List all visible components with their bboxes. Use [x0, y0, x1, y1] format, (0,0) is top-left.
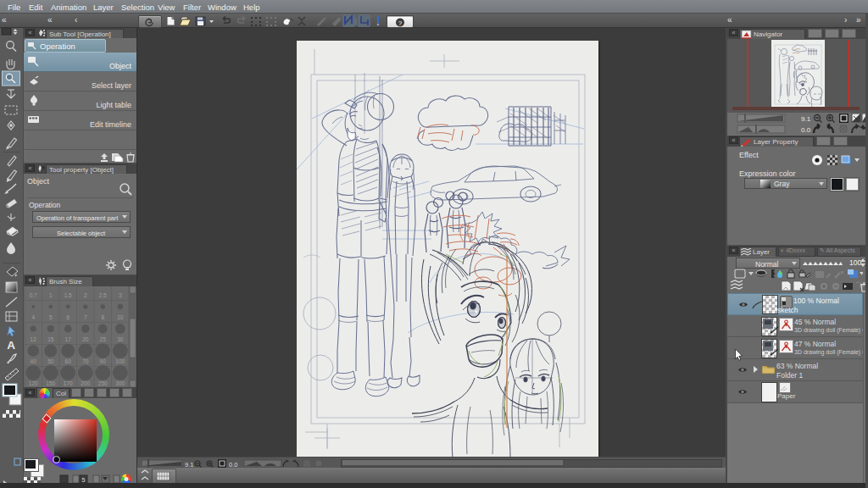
svg-text:5: 5	[82, 477, 86, 483]
svg-text:9.1: 9.1	[801, 115, 811, 123]
svg-text:A: A	[7, 339, 15, 352]
svg-text:300: 300	[115, 380, 125, 386]
svg-text:170: 170	[64, 380, 73, 386]
svg-text:70: 70	[82, 358, 89, 364]
svg-text:3: 3	[119, 292, 122, 298]
svg-text:12: 12	[31, 336, 37, 342]
svg-text:90: 90	[100, 358, 107, 364]
svg-text:30: 30	[117, 336, 124, 342]
svg-text:?: ?	[398, 19, 403, 27]
svg-text:15: 15	[47, 336, 54, 342]
svg-text:4: 4	[31, 314, 35, 320]
svg-text:0.0: 0.0	[801, 126, 811, 134]
svg-text:8: 8	[101, 314, 104, 320]
svg-text:120: 120	[29, 380, 38, 386]
svg-text:25: 25	[100, 336, 107, 342]
svg-text:17: 17	[65, 336, 72, 342]
svg-text:60: 60	[65, 358, 72, 364]
svg-text:6: 6	[66, 314, 70, 320]
svg-text:150: 150	[46, 380, 55, 386]
svg-text:5: 5	[49, 314, 53, 320]
svg-text:20: 20	[82, 336, 89, 342]
svg-text:50: 50	[47, 358, 54, 364]
svg-text:100: 100	[115, 358, 125, 364]
svg-text:7: 7	[84, 314, 87, 320]
svg-text:200: 200	[81, 380, 90, 386]
svg-text:2: 2	[84, 292, 87, 298]
svg-text:1: 1	[49, 292, 53, 298]
svg-text:250: 250	[98, 380, 108, 386]
svg-text:1.5: 1.5	[64, 292, 72, 298]
svg-text:2.5: 2.5	[99, 292, 107, 298]
svg-text:0.7: 0.7	[30, 292, 37, 298]
svg-text:10: 10	[117, 314, 124, 320]
svg-text:40: 40	[31, 358, 37, 364]
